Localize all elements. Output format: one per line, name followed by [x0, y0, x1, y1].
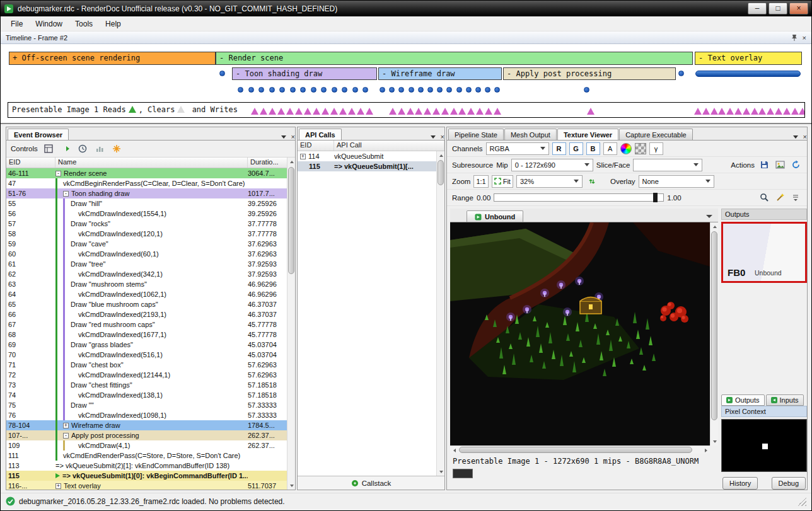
alpha-channel-button[interactable]: A: [603, 142, 617, 155]
write-marker-icon[interactable]: [339, 108, 347, 115]
draw-call-dot[interactable]: [321, 87, 327, 93]
draw-call-dot[interactable]: [418, 87, 424, 93]
tab-mesh-output[interactable]: Mesh Output: [504, 129, 557, 140]
write-marker-icon[interactable]: [304, 108, 311, 115]
write-marker-icon[interactable]: [251, 108, 258, 115]
event-row[interactable]: 67Draw "red mushroom caps"45.77778: [6, 319, 295, 330]
timeline-section-bar[interactable]: - Toon shading draw: [232, 67, 377, 80]
write-marker-icon[interactable]: [407, 108, 414, 115]
draw-call-dot[interactable]: [269, 87, 275, 93]
write-marker-icon[interactable]: [415, 108, 422, 115]
timeline-section-bar[interactable]: - Apply post processing: [503, 67, 676, 80]
checkerboard-background-icon[interactable]: [635, 143, 646, 154]
draw-call-dot[interactable]: [475, 87, 481, 93]
panel-close-icon[interactable]: ×: [441, 134, 444, 140]
draw-call-dot[interactable]: [311, 87, 316, 93]
scrollbar-thumb[interactable]: [438, 160, 444, 185]
zoom-range-icon[interactable]: [758, 192, 770, 204]
callstack-bar[interactable]: Callstack: [298, 476, 444, 490]
write-marker-icon[interactable]: [694, 108, 702, 115]
write-marker-icon[interactable]: [398, 108, 405, 115]
texture-tab-unbound[interactable]: Unbound: [467, 210, 523, 222]
col-api-call[interactable]: API Call: [334, 141, 444, 151]
event-row[interactable]: 58vkCmdDrawIndexed(120,1)37.77778: [6, 229, 295, 239]
write-marker-icon[interactable]: [389, 108, 397, 115]
draw-call-dot[interactable]: [248, 87, 254, 93]
green-channel-button[interactable]: G: [569, 142, 583, 155]
write-marker-icon[interactable]: [702, 108, 710, 115]
write-marker-icon[interactable]: [348, 108, 356, 115]
event-row[interactable]: 75Draw ""57.33333: [6, 400, 295, 410]
write-marker-icon[interactable]: [587, 108, 594, 115]
event-row[interactable]: 70vkCmdDrawIndexed(516,1)45.03704: [6, 350, 295, 360]
draw-call-dot[interactable]: [352, 87, 358, 93]
write-marker-icon[interactable]: [357, 108, 364, 115]
tab-texture-viewer[interactable]: Texture Viewer: [557, 129, 618, 140]
write-marker-icon[interactable]: [791, 108, 799, 115]
refresh-icon[interactable]: [789, 159, 802, 171]
event-row[interactable]: 65Draw "blue mushroom caps"46.37037: [6, 299, 295, 309]
write-marker-icon[interactable]: [485, 108, 492, 115]
timeline-canvas[interactable]: Presentable Image 1 Reads, Clears and Wr…: [1, 44, 811, 124]
draw-call-dot[interactable]: [494, 87, 500, 93]
fit-button[interactable]: Fit: [492, 175, 513, 188]
expand-toggle-icon[interactable]: +: [63, 423, 69, 428]
time-events-icon[interactable]: [76, 142, 89, 155]
menu-window[interactable]: Window: [29, 17, 69, 31]
write-marker-icon[interactable]: [330, 108, 338, 115]
write-marker-icon[interactable]: [726, 108, 734, 115]
draw-call-dot[interactable]: [238, 87, 243, 93]
col-eid[interactable]: EID: [6, 158, 55, 168]
red-channel-button[interactable]: R: [552, 142, 566, 155]
write-marker-icon[interactable]: [269, 108, 276, 115]
write-marker-icon[interactable]: [799, 108, 805, 115]
api-call-row[interactable]: 115=> vkQueueSubmit(1)[...: [298, 161, 444, 171]
timeline-section-bar[interactable]: - Text overlay: [695, 52, 802, 65]
range-slider[interactable]: [494, 193, 664, 202]
event-row[interactable]: 57Draw "rocks"37.77778: [6, 219, 295, 229]
debug-button[interactable]: Debug: [772, 477, 806, 490]
event-row[interactable]: 59Draw "cave"37.62963: [6, 239, 295, 249]
tab-event-browser[interactable]: Event Browser: [8, 129, 69, 140]
write-marker-icon[interactable]: [295, 108, 303, 115]
expand-toggle-icon[interactable]: +: [300, 154, 306, 159]
expand-toggle-icon[interactable]: +: [55, 483, 61, 489]
draw-call-dot[interactable]: [290, 87, 296, 93]
event-row[interactable]: 109vkCmdDraw(4,1)262.37...: [6, 440, 295, 451]
timeline-section-bar[interactable]: - Render scene: [216, 52, 693, 65]
collapse-toggle-icon[interactable]: -: [55, 171, 61, 176]
write-marker-icon[interactable]: [467, 108, 475, 115]
write-marker-icon[interactable]: [767, 108, 774, 115]
dock-menu-icon[interactable]: [793, 135, 798, 139]
channels-combo[interactable]: RGBA: [486, 142, 549, 155]
autofit-wand-icon[interactable]: [774, 192, 786, 204]
draw-call-dot[interactable]: [258, 87, 264, 93]
fb0-thumbnail[interactable]: FB0 Unbound: [721, 222, 807, 283]
resize-grip[interactable]: [798, 497, 806, 506]
api-calls-scrollbar[interactable]: [436, 151, 444, 476]
close-button[interactable]: ×: [789, 3, 808, 14]
tab-pipeline-state[interactable]: Pipeline State: [448, 129, 504, 140]
event-dot[interactable]: [219, 71, 225, 76]
range-max[interactable]: 1.00: [667, 194, 681, 202]
event-row[interactable]: 72vkCmdDrawIndexed(12144,1)57.62963: [6, 370, 295, 380]
write-marker-icon[interactable]: [322, 108, 329, 115]
write-marker-icon[interactable]: [494, 108, 501, 115]
texture-vertical-scrollbar[interactable]: [710, 222, 718, 445]
draw-call-dot[interactable]: [446, 87, 452, 93]
write-marker-icon[interactable]: [450, 108, 458, 115]
write-marker-icon[interactable]: [718, 108, 726, 115]
mip-combo[interactable]: 0 - 1272x690: [511, 159, 593, 171]
write-marker-icon[interactable]: [277, 108, 285, 115]
range-slider-handle[interactable]: [653, 193, 658, 202]
goto-event-icon[interactable]: [59, 142, 72, 155]
overlay-combo[interactable]: None: [639, 175, 714, 188]
write-marker-icon[interactable]: [441, 108, 449, 115]
event-row[interactable]: 66vkCmdDrawIndexed(2193,1)46.37037: [6, 309, 295, 319]
dock-menu-icon[interactable]: [431, 135, 436, 139]
event-row[interactable]: 68vkCmdDrawIndexed(1677,1)45.77778: [6, 330, 295, 340]
draw-call-dot[interactable]: [380, 87, 385, 93]
draw-call-dot[interactable]: [300, 87, 306, 93]
event-row[interactable]: 74vkCmdDrawIndexed(138,1)57.18518: [6, 390, 295, 400]
range-options-icon[interactable]: [789, 192, 802, 204]
